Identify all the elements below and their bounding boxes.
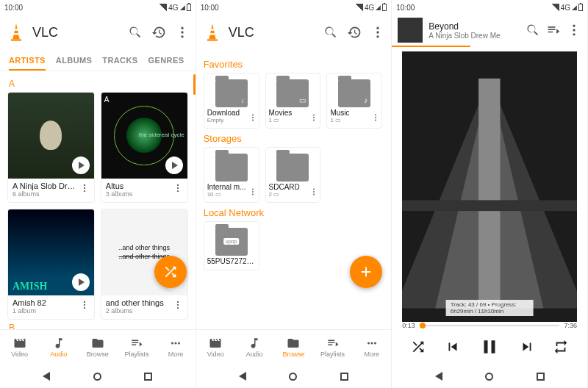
shuffle-button[interactable] [410,339,426,355]
next-button[interactable] [519,339,535,355]
repeat-button[interactable] [553,339,569,355]
play-icon[interactable] [72,273,90,291]
browse-scroll[interactable]: Favorites ↓ Download Empty ▭ Movies 1 ▭ … [196,50,392,329]
folder-card-music[interactable]: ♪ Music 1 ▭ [326,73,382,129]
folder-card-internal[interactable]: Internal m... 10 ▭ [204,147,259,203]
seek-track[interactable] [420,325,560,326]
folder-card-download[interactable]: ↓ Download Empty [204,73,259,129]
svg-point-7 [84,184,85,186]
artist-grid-scroll[interactable]: A A Ninja Slob Drew... 6 albums Athe sid… [0,71,196,329]
status-bar: 10:00 4G◢ [392,0,587,15]
svg-point-15 [84,307,85,309]
app-title: VLC [32,25,128,40]
play-icon[interactable] [165,157,183,174]
nav-playlists[interactable]: Playlists [117,330,156,364]
system-nav [0,364,196,388]
svg-point-19 [171,342,173,345]
tab-genres[interactable]: GENRES [148,50,184,71]
back-button[interactable] [43,372,50,381]
artist-sub: 6 albums [12,190,76,198]
now-playing-header[interactable]: Beyond A Ninja Slob Drew Me [392,15,587,46]
clock: 10:00 [201,4,219,12]
nav-video[interactable]: Video [0,330,39,364]
svg-point-43 [313,194,315,195]
svg-point-45 [370,342,373,345]
add-fab[interactable] [350,256,382,288]
previous-button[interactable] [445,339,461,355]
home-button[interactable] [93,373,101,381]
nav-more[interactable]: More [352,330,391,364]
svg-point-12 [176,190,178,192]
network-label: 4G [168,4,178,12]
nav-browse[interactable]: Browse [274,330,313,364]
svg-point-29 [252,115,254,116]
nav-playlists[interactable]: Playlists [313,330,352,364]
tab-albums[interactable]: ALBUMS [56,50,92,71]
vlc-cone-icon [202,22,223,43]
time-elapsed: 0:13 [402,322,415,329]
phone-artists-screen: 10:00 4G ◢ VLC ARTISTS ALBUMS TRACKS GEN… [0,0,196,388]
svg-point-44 [368,342,370,345]
card-more-icon[interactable] [248,186,257,199]
card-more-icon[interactable] [173,183,183,196]
search-icon[interactable] [323,25,338,40]
card-more-icon[interactable] [248,112,257,125]
nav-video[interactable]: Video [196,330,235,364]
history-icon[interactable] [151,25,166,40]
wifi-icon [159,4,167,11]
tab-artists[interactable]: ARTISTS [9,50,46,71]
recents-button[interactable] [340,373,348,381]
scroll-indicator[interactable] [193,74,196,95]
artist-name: Amish 82 [12,298,76,307]
queue-icon[interactable] [546,23,561,37]
artist-sub: 2 albums [106,307,170,315]
artist-card[interactable]: Athe sidereal cycle Altus 3 albums [101,92,188,203]
card-more-icon[interactable] [309,112,318,125]
folder-card-upnp[interactable]: upnp 55PUS7272/12 [204,221,259,270]
artist-card[interactable]: AMISH Amish 82 1 album [7,209,95,320]
playlist-icon [326,337,340,350]
svg-point-13 [84,301,85,302]
phone-player-screen: 10:00 4G◢ Beyond A Ninja Slob Drew Me Tr… [392,0,588,388]
more-icon[interactable] [370,25,385,40]
recents-button[interactable] [537,373,545,381]
app-title: VLC [229,25,324,40]
search-icon[interactable] [526,23,540,37]
search-icon[interactable] [128,25,143,40]
more-icon[interactable] [175,25,190,40]
play-icon[interactable] [72,157,90,174]
back-button[interactable] [239,372,246,381]
home-button[interactable] [289,373,297,381]
vlc-cone-icon [6,22,26,43]
card-more-icon[interactable] [173,300,183,313]
card-more-icon[interactable] [79,183,90,196]
card-more-icon[interactable] [309,186,318,199]
pause-button[interactable] [478,336,501,358]
svg-point-9 [84,190,85,192]
folder-card-sdcard[interactable]: SDCARD 2 ▭ [265,147,321,203]
card-more-icon[interactable] [79,300,90,313]
artist-name: Altus [106,182,170,190]
folder-icon: upnp [215,228,248,256]
shuffle-fab[interactable] [154,256,187,288]
more-icon[interactable] [567,23,581,37]
system-nav [392,364,587,388]
nav-browse[interactable]: Browse [78,330,117,364]
home-button[interactable] [485,373,493,381]
app-bar: VLC [0,15,196,50]
folder-card-movies[interactable]: ▭ Movies 1 ▭ [265,73,321,129]
back-button[interactable] [435,372,442,381]
nav-audio[interactable]: Audio [235,330,274,364]
folder-icon: ▭ [276,79,309,107]
more-horiz-icon [365,337,379,350]
history-icon[interactable] [347,25,362,40]
battery-icon [382,4,387,11]
tab-tracks[interactable]: TRACKS [102,50,137,71]
artist-card[interactable]: A Ninja Slob Drew... 6 albums [7,92,95,203]
nav-audio[interactable]: Audio [39,330,78,364]
seek-bar[interactable]: 0:13 7:36 [392,322,587,329]
nav-more[interactable]: More [157,330,196,364]
recents-button[interactable] [144,373,152,381]
card-more-icon[interactable] [371,112,380,125]
album-cover[interactable]: Track: 43 / 69 • Progress: 6h29min / 11h… [402,51,577,322]
